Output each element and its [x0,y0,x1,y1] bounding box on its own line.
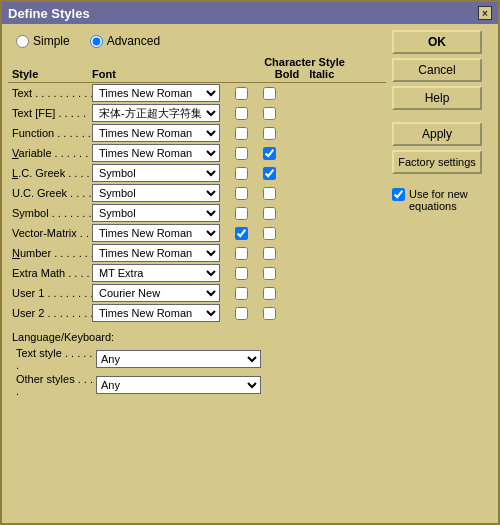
apply-button[interactable]: Apply [392,122,482,146]
bold-checkbox-5[interactable] [235,187,248,200]
cell-italic-8 [255,247,283,260]
style-table: Text . . . . . . . . . .Times New RomanS… [8,83,386,323]
bold-checkbox-1[interactable] [235,107,248,120]
cell-bold-10 [227,287,255,300]
cell-bold-3 [227,147,255,160]
close-button[interactable]: × [478,6,492,20]
font-select-9[interactable]: Times New RomanSymbolMT ExtraCourier New… [92,264,220,282]
use-new-equations-checkbox[interactable] [392,188,405,201]
italic-checkbox-1[interactable] [263,107,276,120]
cell-style-8: Number . . . . . . . [12,247,92,259]
bold-header: Bold [275,68,299,80]
font-select-3[interactable]: Times New RomanSymbolMT ExtraCourier New… [92,144,220,162]
italic-checkbox-4[interactable] [263,167,276,180]
advanced-radio[interactable] [90,35,103,48]
cell-bold-11 [227,307,255,320]
italic-checkbox-8[interactable] [263,247,276,260]
bold-checkbox-2[interactable] [235,127,248,140]
italic-header: Italic [309,68,334,80]
cell-style-7: Vector-Matrix . . . [12,227,92,239]
cell-font-9: Times New RomanSymbolMT ExtraCourier New… [92,264,227,282]
lang-select-1[interactable]: Any [96,376,261,394]
advanced-radio-label[interactable]: Advanced [90,34,160,48]
table-row: Number . . . . . . .Times New RomanSymbo… [8,243,386,263]
bold-checkbox-7[interactable] [235,227,248,240]
bold-checkbox-0[interactable] [235,87,248,100]
ok-button[interactable]: OK [392,30,482,54]
cell-font-8: Times New RomanSymbolMT ExtraCourier New… [92,244,227,262]
font-select-11[interactable]: Times New RomanSymbolMT ExtraCourier New… [92,304,220,322]
bold-checkbox-4[interactable] [235,167,248,180]
cell-italic-6 [255,207,283,220]
table-row: User 1 . . . . . . . .Times New RomanSym… [8,283,386,303]
lang-select-0[interactable]: Any [96,350,261,368]
simple-label: Simple [33,34,70,48]
table-row: Variable . . . . . .Times New RomanSymbo… [8,143,386,163]
cell-bold-9 [227,267,255,280]
italic-checkbox-7[interactable] [263,227,276,240]
cell-italic-1 [255,107,283,120]
cell-italic-10 [255,287,283,300]
cell-font-0: Times New RomanSymbolMT ExtraCourier New… [92,84,227,102]
cell-italic-11 [255,307,283,320]
font-select-7[interactable]: Times New RomanSymbolMT ExtraCourier New… [92,224,220,242]
lang-style-0: Text style . . . . . . [16,347,96,371]
lang-style-1: Other styles . . . . [16,373,96,397]
cell-style-3: Variable . . . . . . [12,147,92,159]
italic-checkbox-9[interactable] [263,267,276,280]
font-select-6[interactable]: Times New RomanSymbolMT ExtraCourier New… [92,204,220,222]
lang-row-0: Text style . . . . . .Any [12,346,382,372]
font-select-1[interactable]: Times New RomanSymbolMT ExtraCourier New… [92,104,220,122]
language-section: Language/Keyboard: Text style . . . . . … [8,327,386,402]
italic-checkbox-10[interactable] [263,287,276,300]
cell-bold-8 [227,247,255,260]
header-style: Style [12,68,92,80]
cell-style-5: U.C. Greek . . . . [12,187,92,199]
advanced-label: Advanced [107,34,160,48]
italic-checkbox-3[interactable] [263,147,276,160]
font-select-10[interactable]: Times New RomanSymbolMT ExtraCourier New… [92,284,220,302]
cell-italic-9 [255,267,283,280]
font-select-2[interactable]: Times New RomanSymbolMT ExtraCourier New… [92,124,220,142]
table-row: Text [FE] . . . . .Times New RomanSymbol… [8,103,386,123]
window-title: Define Styles [8,6,90,21]
simple-radio-label[interactable]: Simple [16,34,70,48]
cell-bold-2 [227,127,255,140]
font-select-0[interactable]: Times New RomanSymbolMT ExtraCourier New… [92,84,220,102]
cell-font-5: Times New RomanSymbolMT ExtraCourier New… [92,184,227,202]
bold-checkbox-11[interactable] [235,307,248,320]
cell-bold-0 [227,87,255,100]
factory-settings-button[interactable]: Factory settings [392,150,482,174]
font-select-5[interactable]: Times New RomanSymbolMT ExtraCourier New… [92,184,220,202]
cell-style-4: L.C. Greek . . . . [12,167,92,179]
help-button[interactable]: Help [392,86,482,110]
bold-checkbox-9[interactable] [235,267,248,280]
font-select-4[interactable]: Times New RomanSymbolMT ExtraCourier New… [92,164,220,182]
use-new-equations-label: Use for new equations [409,188,492,212]
simple-radio[interactable] [16,35,29,48]
cell-font-1: Times New RomanSymbolMT ExtraCourier New… [92,104,227,122]
use-new-equations-container: Use for new equations [392,186,492,214]
italic-checkbox-11[interactable] [263,307,276,320]
cell-bold-6 [227,207,255,220]
table-row: User 2 . . . . . . . .Times New RomanSym… [8,303,386,323]
italic-checkbox-0[interactable] [263,87,276,100]
italic-checkbox-6[interactable] [263,207,276,220]
bold-checkbox-8[interactable] [235,247,248,260]
table-row: L.C. Greek . . . .Times New RomanSymbolM… [8,163,386,183]
cell-style-0: Text . . . . . . . . . . [12,87,92,99]
cell-style-2: Function . . . . . . [12,127,92,139]
italic-checkbox-2[interactable] [263,127,276,140]
cell-bold-4 [227,167,255,180]
bold-checkbox-6[interactable] [235,207,248,220]
cell-italic-2 [255,127,283,140]
main-content: Simple Advanced Style Font Character Sty… [2,24,498,408]
font-select-8[interactable]: Times New RomanSymbolMT ExtraCourier New… [92,244,220,262]
table-row: Vector-Matrix . . .Times New RomanSymbol… [8,223,386,243]
cell-font-7: Times New RomanSymbolMT ExtraCourier New… [92,224,227,242]
italic-checkbox-5[interactable] [263,187,276,200]
cell-font-2: Times New RomanSymbolMT ExtraCourier New… [92,124,227,142]
bold-checkbox-10[interactable] [235,287,248,300]
cancel-button[interactable]: Cancel [392,58,482,82]
bold-checkbox-3[interactable] [235,147,248,160]
